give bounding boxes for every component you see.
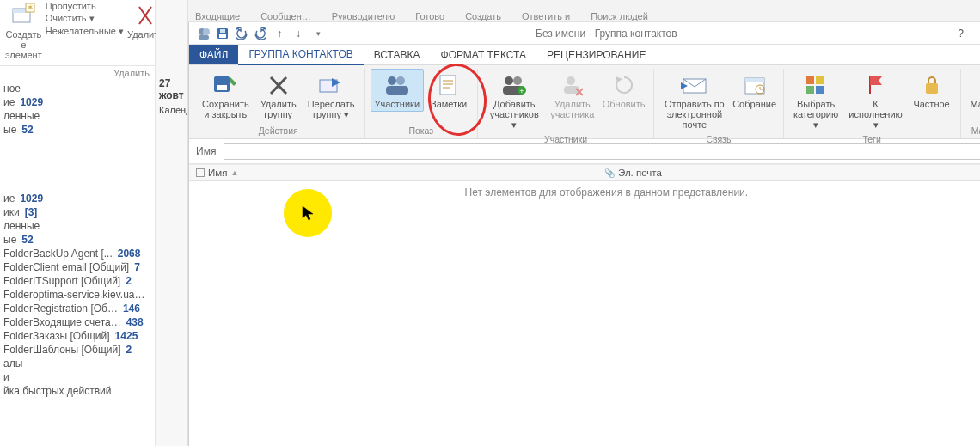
folder-item[interactable]: ие1029 (0, 95, 155, 109)
qat-more-icon[interactable] (308, 24, 327, 43)
svg-rect-40 (806, 86, 814, 94)
prev-icon[interactable]: ↑ (270, 24, 289, 43)
group-actions: Сохранить и закрыть Удалить группу Перес… (193, 69, 365, 138)
folder-item[interactable]: FolderRegistration [Об…146 (0, 302, 155, 315)
folder-item[interactable]: ики[3] (0, 205, 155, 219)
new-item-button[interactable]: ✶ Создать е элемент (2, 0, 46, 62)
send-email-button[interactable]: Отправить по электронной почте (659, 69, 729, 132)
zoom-button[interactable]: Масштаб (966, 69, 980, 112)
svg-rect-20 (386, 86, 408, 95)
svg-point-18 (388, 76, 396, 85)
new-item-icon: ✶ (9, 2, 37, 29)
folder-item[interactable]: FolderВходящие счета…438 (0, 315, 155, 329)
col-email-header[interactable]: 📎 Эл. почта (597, 168, 669, 178)
svg-rect-38 (806, 76, 814, 84)
tab-file[interactable]: ФАЙЛ (189, 45, 238, 64)
group-zoom: Масштаб Масштаб (961, 69, 980, 138)
delete-group-label: Удалить (0, 66, 155, 80)
folder-item[interactable]: ые52 (0, 233, 155, 247)
svg-point-26 (513, 76, 522, 85)
svg-rect-21 (440, 76, 456, 95)
tab-insert[interactable]: ВСТАВКА (364, 45, 431, 64)
checkbox-icon (196, 168, 205, 177)
help-icon[interactable]: ? (952, 24, 971, 43)
svg-rect-42 (926, 83, 938, 94)
cursor-icon (302, 205, 314, 221)
ribbon-tabs: ФАЙЛ ГРУППА КОНТАКТОВ ВСТАВКА ФОРМАТ ТЕК… (189, 45, 980, 65)
notes-icon (437, 71, 461, 99)
folder-item[interactable]: йка быстрых действий (0, 384, 155, 398)
calendar-date: 27 жовт (156, 76, 187, 103)
add-members-button[interactable]: + Добавить участников ▾ (483, 69, 545, 132)
remove-member-button: Удалить участника (548, 69, 598, 122)
cleanup-row[interactable]: Очистить ▾ (46, 12, 124, 25)
folder-item[interactable]: алы (0, 357, 155, 370)
cursor-highlight (284, 189, 332, 237)
categorize-icon (804, 71, 828, 99)
group-name-input[interactable] (224, 143, 980, 160)
svg-rect-14 (217, 85, 227, 90)
lock-icon (922, 71, 941, 99)
folder-item[interactable]: ленные (0, 109, 155, 123)
outlook-nav-panel: ✶ Создать е элемент Пропустить Очистить … (0, 0, 156, 446)
svg-rect-10 (219, 34, 226, 38)
delete-group-icon (267, 71, 290, 99)
folder-item[interactable]: ное (0, 82, 155, 95)
svg-text:+: + (520, 87, 524, 95)
folder-item[interactable]: FolderITSupport [Общий]2 (0, 274, 155, 288)
save-and-close-button[interactable]: Сохранить и закрыть (198, 69, 254, 122)
flag-icon (867, 71, 885, 99)
ribbon: Сохранить и закрыть Удалить группу Перес… (189, 65, 980, 139)
tab-format[interactable]: ФОРМАТ ТЕКСТА (431, 45, 536, 64)
members-button[interactable]: Участники (371, 69, 425, 112)
attachment-icon: 📎 (604, 168, 615, 178)
forward-group-button[interactable]: Переслать группу ▾ (303, 69, 359, 122)
private-button[interactable]: Частное (909, 69, 955, 112)
refresh-icon (612, 71, 636, 99)
ribbon-options-icon[interactable] (976, 24, 980, 43)
tab-contact-group[interactable]: ГРУППА КОНТАКТОВ (238, 45, 363, 65)
svg-point-7 (203, 28, 210, 35)
col-name-header[interactable]: Имя ▲ (189, 168, 597, 178)
background-ribbon: ВходящиеСообщен…РуководителюГотовоСоздат… (188, 0, 980, 22)
folder-item[interactable]: и (0, 370, 155, 384)
quick-access-toolbar: ↑ ↓ Без имени - Группа контактов ? — (189, 22, 980, 45)
svg-rect-41 (816, 86, 824, 94)
folder-item[interactable]: FolderClient email [Общий]7 (0, 260, 155, 274)
save-icon[interactable] (213, 24, 232, 43)
sort-asc-icon: ▲ (230, 168, 238, 177)
folder-item[interactable]: FolderШаблоны [Общий]2 (0, 343, 155, 357)
redo-icon[interactable] (251, 24, 270, 43)
forward-group-icon (318, 71, 344, 99)
group-show: Участники Заметки Показ (365, 69, 479, 138)
junk-row[interactable]: Нежелательные ▾ (46, 25, 124, 38)
notes-button[interactable]: Заметки (426, 69, 472, 112)
folder-item[interactable]: FolderЗаказы [Общий]1425 (0, 329, 155, 343)
tab-review[interactable]: РЕЦЕНЗИРОВАНИЕ (536, 45, 656, 64)
next-icon[interactable]: ↓ (289, 24, 308, 43)
svg-text:✶: ✶ (27, 3, 34, 12)
delete-group-button[interactable]: Удалить группу (255, 69, 302, 122)
remove-member-icon (560, 71, 585, 99)
folder-item[interactable]: ленные (0, 219, 155, 233)
folder-item[interactable]: ие1029 (0, 192, 155, 205)
meeting-button[interactable]: Собрание (732, 69, 778, 112)
ignore-row[interactable]: Пропустить (46, 0, 124, 12)
name-bar: Имя (189, 139, 980, 164)
meeting-icon (743, 71, 767, 99)
group-participants: + Добавить участников ▾ Удалить участник… (478, 69, 654, 138)
categorize-button[interactable]: Выбрать категорию ▾ (789, 69, 843, 132)
folder-item[interactable]: Folderoptima-service.kiev.ua… (0, 288, 155, 302)
undo-icon[interactable] (232, 24, 251, 43)
folder-item[interactable]: ые52 (0, 123, 155, 137)
svg-point-30 (567, 76, 575, 85)
svg-rect-8 (199, 35, 209, 40)
svg-point-25 (505, 76, 513, 85)
members-icon (383, 71, 411, 99)
folder-item[interactable]: FolderBackUp Agent [...2068 (0, 247, 155, 260)
group-tags: Выбрать категорию ▾ К исполнению ▾ Частн… (784, 69, 961, 138)
followup-button[interactable]: К исполнению ▾ (845, 69, 907, 132)
svg-rect-39 (816, 76, 824, 84)
calendar-label: Календа (156, 103, 187, 117)
svg-rect-11 (220, 29, 225, 33)
